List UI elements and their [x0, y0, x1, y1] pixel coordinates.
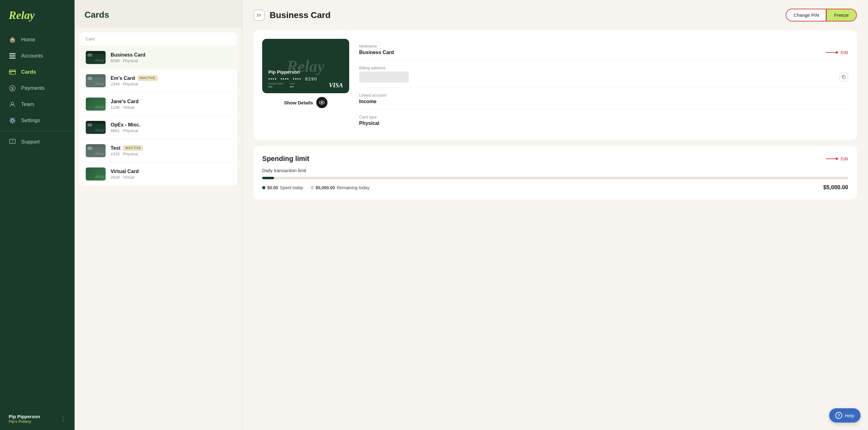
accounts-icon: [9, 52, 16, 60]
card-thumbnail-virtual: Relay: [86, 167, 105, 181]
big-card-visual: Relay Pip Pipperson •••• •••• •••• 8290 …: [262, 39, 349, 93]
sidebar-item-payments[interactable]: $ Payments: [0, 80, 74, 96]
spending-section: Spending limit Edit Daily transaction li…: [253, 146, 857, 199]
big-card-holder: Pip Pipperson: [269, 69, 300, 74]
nickname-value: Business Card: [359, 50, 394, 55]
card-thumbnail-business: Relay: [86, 51, 105, 64]
remaining-stat: $5,000.00 Remaining today: [311, 185, 369, 190]
card-thumbnail-opex: Relay: [86, 121, 105, 134]
cards-container: Card Relay Business Card 8290 · Physical: [74, 27, 242, 430]
show-details-button[interactable]: [316, 97, 328, 108]
help-label: Help: [845, 413, 854, 418]
spent-stat: $0.00 Spent today: [262, 185, 303, 190]
expand-button[interactable]: [253, 10, 265, 21]
sidebar-divider: [0, 131, 74, 131]
nickname-label: Nickname: [359, 44, 848, 49]
cards-section-header: Card: [80, 32, 237, 46]
card-info-opex: OpEx - Misc. 6681 · Physical: [111, 122, 231, 133]
linked-account-label: Linked account: [359, 93, 848, 97]
card-info-business: Business Card 8290 · Physical: [111, 52, 231, 63]
nickname-edit-button[interactable]: Edit: [826, 50, 848, 55]
detail-card-title: Business Card: [270, 10, 331, 20]
team-icon: [9, 101, 16, 108]
user-menu-button[interactable]: ⋮: [60, 416, 66, 422]
card-thumbnail-test: Relay: [86, 144, 105, 157]
edit-arrow-icon: [826, 52, 838, 53]
sidebar-nav: 🏠 Home Accounts Cards: [0, 29, 74, 408]
freeze-button[interactable]: Freeze: [827, 9, 856, 21]
card-visual-section: Relay Pip Pipperson •••• •••• •••• 8290 …: [253, 30, 857, 140]
card-list-item-opex[interactable]: Relay OpEx - Misc. 6681 · Physical: [80, 116, 237, 139]
billing-placeholder: [359, 71, 409, 83]
card-list-panel: Cards Card Relay Business Card 8290 · Ph…: [74, 0, 242, 430]
card-list-item-janes[interactable]: Relay Jane's Card 1136 · Virtual: [80, 93, 237, 116]
cards-icon: [9, 68, 16, 76]
card-info-ems: Em's Card INACTIVE 2349 · Physical: [111, 75, 231, 86]
spent-dot: [262, 186, 265, 189]
svg-text:$: $: [11, 86, 14, 91]
nickname-value-row: Business Card Edit: [359, 50, 848, 55]
spending-stats: $0.00 Spent today $5,000.00 Remaining to…: [262, 184, 848, 191]
cards-section: Card Relay Business Card 8290 · Physical: [80, 32, 237, 185]
spent-label: Spent today: [280, 185, 303, 190]
sidebar-item-label: Payments: [21, 85, 45, 91]
svg-text:?: ?: [11, 140, 13, 143]
remaining-amount: $5,000.00: [316, 185, 335, 190]
spending-edit-arrow-icon: [826, 158, 838, 159]
billing-value-row: [359, 71, 848, 83]
copy-billing-button[interactable]: [839, 73, 848, 82]
big-card-number: •••• •••• •••• 8290: [269, 76, 317, 82]
big-card-bottom: GOOD THRU ••• CVV ••• VISA: [269, 82, 343, 89]
svg-point-8: [11, 102, 14, 105]
linked-account-value-row: Income: [359, 99, 848, 104]
svg-rect-2: [9, 58, 16, 59]
payments-icon: $: [9, 85, 16, 92]
card-sub-ems: 2349 · Physical: [111, 82, 231, 86]
sidebar-item-support[interactable]: ? Support: [0, 134, 74, 150]
card-list-item-test[interactable]: Relay Test INACTIVE 1333 · Physical: [80, 139, 237, 162]
spending-progress-fill: [262, 177, 274, 179]
sidebar-item-home[interactable]: 🏠 Home: [0, 32, 74, 48]
card-list-item-business[interactable]: Relay Business Card 8290 · Physical: [80, 46, 237, 69]
card-type-field: Card type Physical: [359, 110, 848, 131]
card-name-janes: Jane's Card: [111, 99, 138, 104]
user-business: Pip's Pottery: [9, 419, 40, 424]
svg-rect-1: [9, 55, 16, 57]
card-list-item-virtual[interactable]: Relay Virtual Card 2628 · Virtual: [80, 162, 237, 185]
card-name-virtual: Virtual Card: [111, 169, 138, 174]
home-icon: 🏠: [9, 36, 16, 43]
billing-label: Billing address: [359, 66, 848, 70]
card-info-test: Test INACTIVE 1333 · Physical: [111, 145, 231, 156]
card-sub-opex: 6681 · Physical: [111, 128, 231, 133]
support-icon: ?: [9, 138, 16, 146]
card-name-business: Business Card: [111, 52, 145, 58]
sidebar-item-accounts[interactable]: Accounts: [0, 48, 74, 64]
card-name-ems: Em's Card: [111, 75, 135, 81]
spending-header: Spending limit Edit: [262, 155, 848, 163]
detail-content: Relay Pip Pipperson •••• •••• •••• 8290 …: [242, 30, 868, 211]
inactive-badge-ems: INACTIVE: [137, 75, 158, 81]
sidebar-item-cards[interactable]: Cards: [0, 64, 74, 80]
sidebar-item-team[interactable]: Team: [0, 96, 74, 113]
sidebar-item-label: Home: [21, 37, 35, 43]
card-visual-row: Relay Pip Pipperson •••• •••• •••• 8290 …: [262, 39, 848, 131]
show-details-text: Show Details: [284, 100, 313, 105]
spending-progress-bar: [262, 177, 848, 179]
sidebar-item-label: Team: [21, 101, 34, 108]
card-type-value-row: Physical: [359, 121, 848, 126]
svg-rect-0: [9, 53, 16, 54]
sidebar-item-label: Cards: [21, 69, 36, 75]
spending-edit-button[interactable]: Edit: [826, 156, 848, 161]
card-list-item-ems[interactable]: Relay Em's Card INACTIVE 2349 · Physical: [80, 69, 237, 93]
card-sub-janes: 1136 · Virtual: [111, 105, 231, 110]
remaining-dot: [311, 186, 314, 189]
sidebar-support-label: Support: [21, 139, 40, 145]
card-thumbnail-janes: Relay: [86, 97, 105, 111]
change-pin-button[interactable]: Change PIN: [786, 9, 827, 21]
remaining-label: Remaining today: [337, 185, 369, 190]
sidebar-item-settings[interactable]: ⚙️ Settings: [0, 113, 74, 129]
help-button[interactable]: ? Help: [829, 408, 861, 423]
card-name-test: Test: [111, 145, 121, 151]
spending-total: $5,000.00: [823, 184, 848, 191]
sidebar-item-label: Accounts: [21, 53, 43, 59]
